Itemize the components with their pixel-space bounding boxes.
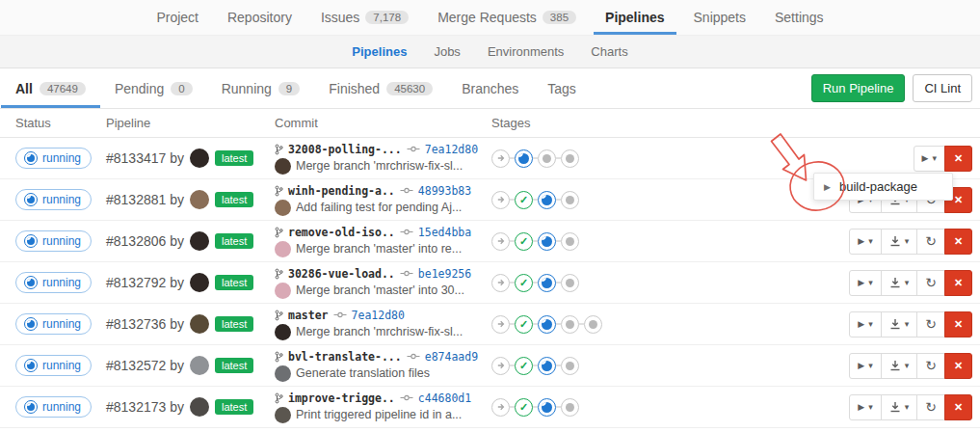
commit-message-link[interactable]: Merge branch 'master' into 30... (296, 284, 464, 297)
nav-item-merge-requests[interactable]: Merge Requests385 (426, 0, 588, 35)
triggerer-avatar[interactable] (190, 231, 209, 251)
nav-item-issues[interactable]: Issues7,178 (309, 0, 420, 35)
commit-author-avatar[interactable] (275, 158, 291, 175)
tab-running[interactable]: Running9 (207, 68, 315, 108)
status-badge-running[interactable]: running (15, 313, 92, 335)
pipeline-link[interactable]: #8132173 by (106, 399, 184, 415)
stage-created-icon[interactable] (538, 149, 556, 168)
commit-message-link[interactable]: Print triggered pipeline id in a... (296, 408, 462, 421)
status-badge-running[interactable]: running (15, 355, 92, 376)
subnav-item-charts[interactable]: Charts (591, 44, 627, 59)
branch-link[interactable]: bvl-translate-... (288, 350, 402, 364)
stage-skipped-icon[interactable] (491, 191, 510, 209)
status-badge-running[interactable]: running (15, 189, 92, 210)
tab-branches[interactable]: Branches (447, 68, 533, 108)
artifacts-dropdown-button[interactable]: ▾ (881, 394, 918, 420)
play-dropdown-button[interactable]: ▶▾ (849, 353, 881, 379)
stage-skipped-icon[interactable] (491, 149, 510, 168)
branch-link[interactable]: improve-trigge.. (288, 392, 395, 405)
commit-message-link[interactable]: Merge branch 'mrchrisw-fix-sl... (296, 159, 463, 173)
retry-button[interactable]: ↻ (916, 311, 945, 338)
artifacts-dropdown-button[interactable]: ▾ (881, 353, 918, 379)
artifacts-dropdown-button[interactable]: ▾ (881, 270, 918, 296)
pipeline-link[interactable]: #8132572 by (106, 358, 184, 373)
triggerer-avatar[interactable] (190, 314, 209, 334)
commit-message-link[interactable]: Merge branch 'master' into re... (296, 242, 462, 256)
stage-skipped-icon[interactable] (491, 274, 510, 292)
stage-skipped-icon[interactable] (491, 357, 510, 375)
status-badge-running[interactable]: running (15, 396, 92, 418)
pipeline-link[interactable]: #8132792 by (106, 275, 184, 290)
stage-running-icon[interactable] (538, 398, 556, 417)
branch-link[interactable]: winh-pending-a.. (288, 184, 395, 198)
subnav-item-environments[interactable]: Environments (488, 44, 564, 59)
stage-created-icon[interactable] (561, 149, 579, 168)
retry-button[interactable]: ↻ (916, 394, 945, 420)
nav-item-repository[interactable]: Repository (216, 0, 304, 35)
retry-button[interactable]: ↻ (916, 270, 945, 296)
pipeline-link[interactable]: #8133417 by (106, 150, 184, 166)
stage-created-icon[interactable] (561, 274, 579, 292)
artifacts-dropdown-button[interactable]: ▾ (881, 229, 918, 255)
stage-running-icon[interactable] (538, 191, 556, 209)
play-dropdown-button[interactable]: ▶▾ (849, 229, 881, 255)
play-dropdown-button[interactable]: ▶▾ (914, 146, 945, 172)
stage-created-icon[interactable] (561, 191, 579, 209)
triggerer-avatar[interactable] (190, 273, 209, 292)
branch-link[interactable]: 30286-vue-load.. (288, 267, 395, 281)
stage-skipped-icon[interactable] (491, 315, 510, 334)
subnav-item-jobs[interactable]: Jobs (434, 44, 460, 59)
play-dropdown-button[interactable]: ▶▾ (849, 394, 881, 420)
stage-success-icon[interactable]: ✓ (515, 357, 533, 375)
stage-running-icon[interactable] (538, 232, 556, 251)
commit-sha-link[interactable]: 7ea12d80 (352, 309, 405, 322)
stage-success-icon[interactable]: ✓ (515, 398, 533, 417)
run-pipeline-button[interactable]: Run Pipeline (811, 74, 906, 102)
stage-created-icon[interactable] (561, 232, 579, 251)
cancel-button[interactable]: ✕ (944, 229, 972, 255)
triggerer-avatar[interactable] (190, 356, 209, 375)
cancel-button[interactable]: ✕ (944, 394, 972, 420)
stage-created-icon[interactable] (561, 315, 579, 334)
nav-item-snippets[interactable]: Snippets (682, 0, 757, 35)
commit-author-avatar[interactable] (275, 283, 291, 299)
commit-author-avatar[interactable] (275, 324, 291, 340)
subnav-item-pipelines[interactable]: Pipelines (352, 44, 407, 59)
cancel-button[interactable]: ✕ (944, 146, 972, 172)
tab-finished[interactable]: Finished45630 (314, 68, 447, 108)
commit-sha-link[interactable]: 48993b83 (418, 184, 471, 198)
play-dropdown-button[interactable]: ▶▾ (849, 270, 881, 296)
status-badge-running[interactable]: running (15, 148, 92, 169)
branch-link[interactable]: master (288, 309, 329, 322)
triggerer-avatar[interactable] (190, 190, 209, 209)
stage-success-icon[interactable]: ✓ (515, 315, 533, 334)
stage-created-icon[interactable] (584, 315, 602, 334)
retry-button[interactable]: ↻ (916, 353, 945, 379)
stage-created-icon[interactable] (561, 398, 579, 417)
cancel-button[interactable]: ✕ (944, 270, 972, 296)
cancel-button[interactable]: ✕ (944, 311, 972, 338)
status-badge-running[interactable]: running (15, 230, 92, 252)
commit-message-link[interactable]: Add failing test for pending Aj... (296, 201, 462, 214)
nav-item-pipelines[interactable]: Pipelines (594, 0, 675, 35)
commit-author-avatar[interactable] (275, 241, 291, 257)
stage-running-icon[interactable] (538, 315, 556, 334)
triggerer-avatar[interactable] (190, 397, 209, 417)
stage-running-icon[interactable] (515, 149, 533, 168)
commit-author-avatar[interactable] (275, 200, 291, 216)
nav-item-settings[interactable]: Settings (763, 0, 835, 35)
stage-created-icon[interactable] (561, 357, 579, 375)
stage-skipped-icon[interactable] (491, 398, 510, 417)
stage-success-icon[interactable]: ✓ (515, 274, 533, 292)
commit-sha-link[interactable]: 7ea12d80 (425, 143, 478, 156)
stage-success-icon[interactable]: ✓ (515, 191, 533, 209)
commit-sha-link[interactable]: c44680d1 (418, 392, 471, 405)
status-badge-running[interactable]: running (15, 272, 92, 293)
pipeline-link[interactable]: #8132806 by (106, 233, 184, 249)
cancel-button[interactable]: ✕ (944, 353, 972, 379)
tab-tags[interactable]: Tags (533, 68, 591, 108)
stage-success-icon[interactable]: ✓ (515, 232, 533, 251)
tab-pending[interactable]: Pending0 (100, 68, 207, 108)
nav-item-project[interactable]: Project (145, 0, 210, 35)
tab-all[interactable]: All47649 (1, 68, 100, 108)
